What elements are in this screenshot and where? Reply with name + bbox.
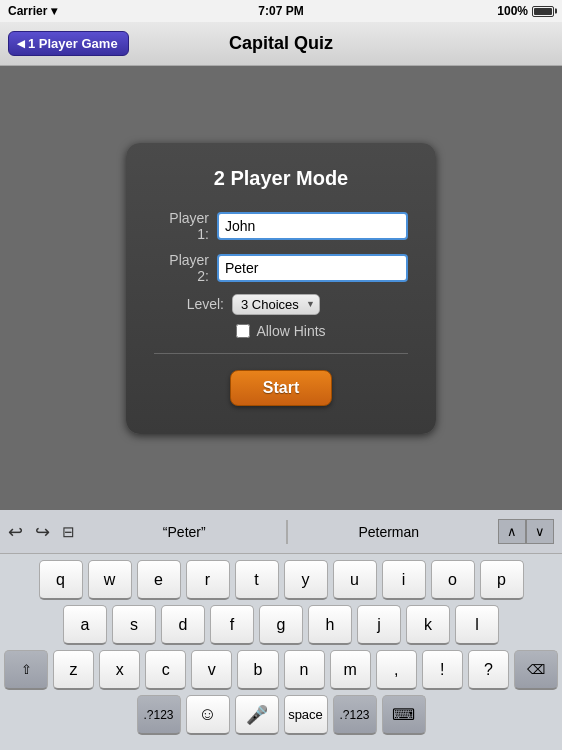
key-p[interactable]: p <box>480 560 524 600</box>
key-r[interactable]: r <box>186 560 230 600</box>
intl-123-key[interactable]: .?123 <box>333 695 377 735</box>
divider <box>154 353 408 354</box>
player2-row: Player 2: <box>154 252 408 284</box>
space-key[interactable]: space <box>284 695 328 735</box>
nav-title: Capital Quiz <box>229 33 333 54</box>
key-a[interactable]: a <box>63 605 107 645</box>
key-u[interactable]: u <box>333 560 377 600</box>
hints-checkbox[interactable] <box>236 324 250 338</box>
card: 2 Player Mode Player 1: Player 2: Level:… <box>126 143 436 434</box>
key-row-1: q w e r t y u i o p <box>4 560 558 600</box>
key-m[interactable]: m <box>330 650 371 690</box>
key-l[interactable]: l <box>455 605 499 645</box>
keyboard-area: ↩ ↪ ⊟ “Peter” Peterman ∧ ∨ q w e r t y u… <box>0 510 562 750</box>
key-k[interactable]: k <box>406 605 450 645</box>
nav-bar: 1 Player Game Capital Quiz <box>0 22 562 66</box>
keyboard-dismiss-key[interactable]: ⌨ <box>382 695 426 735</box>
status-time: 7:07 PM <box>258 4 303 18</box>
paste-icon[interactable]: ⊟ <box>62 523 75 541</box>
key-o[interactable]: o <box>431 560 475 600</box>
key-row-3: ⇧ z x c v b n m , ! ? ⌫ <box>4 650 558 690</box>
suggestion-1[interactable]: “Peter” <box>83 520 287 544</box>
battery-label: 100% <box>497 4 528 18</box>
key-w[interactable]: w <box>88 560 132 600</box>
battery-icon <box>532 6 554 17</box>
hints-row: Allow Hints <box>154 323 408 339</box>
autocomplete-bar: ↩ ↪ ⊟ “Peter” Peterman ∧ ∨ <box>0 510 562 554</box>
status-left: Carrier ▾ <box>8 4 57 18</box>
key-s[interactable]: s <box>112 605 156 645</box>
key-h[interactable]: h <box>308 605 352 645</box>
autocomplete-suggestions: “Peter” Peterman <box>83 520 490 544</box>
level-row: Level: 3 Choices 4 Choices 5 Choices <box>154 294 408 315</box>
key-exclaim[interactable]: ! <box>422 650 463 690</box>
player2-input[interactable] <box>217 254 408 282</box>
mic-key[interactable]: 🎤 <box>235 695 279 735</box>
carrier-label: Carrier <box>8 4 47 18</box>
status-right: 100% <box>497 4 554 18</box>
key-v[interactable]: v <box>191 650 232 690</box>
level-select-wrapper[interactable]: 3 Choices 4 Choices 5 Choices <box>232 294 320 315</box>
key-t[interactable]: t <box>235 560 279 600</box>
player1-row: Player 1: <box>154 210 408 242</box>
key-x[interactable]: x <box>99 650 140 690</box>
delete-key[interactable]: ⌫ <box>514 650 558 690</box>
key-c[interactable]: c <box>145 650 186 690</box>
redo-icon[interactable]: ↪ <box>35 521 50 543</box>
numbers-key[interactable]: .?123 <box>137 695 181 735</box>
key-n[interactable]: n <box>284 650 325 690</box>
key-e[interactable]: e <box>137 560 181 600</box>
back-button[interactable]: 1 Player Game <box>8 31 129 56</box>
shift-key[interactable]: ⇧ <box>4 650 48 690</box>
key-f[interactable]: f <box>210 605 254 645</box>
card-title: 2 Player Mode <box>154 167 408 190</box>
undo-icon[interactable]: ↩ <box>8 521 23 543</box>
player2-label: Player 2: <box>154 252 209 284</box>
player1-input[interactable] <box>217 212 408 240</box>
key-comma[interactable]: , <box>376 650 417 690</box>
arrow-down-button[interactable]: ∨ <box>526 519 554 544</box>
player1-label: Player 1: <box>154 210 209 242</box>
key-q[interactable]: q <box>39 560 83 600</box>
autocomplete-arrows: ∧ ∨ <box>498 519 554 544</box>
key-z[interactable]: z <box>53 650 94 690</box>
level-label: Level: <box>154 296 224 312</box>
key-y[interactable]: y <box>284 560 328 600</box>
key-j[interactable]: j <box>357 605 401 645</box>
key-i[interactable]: i <box>382 560 426 600</box>
key-d[interactable]: d <box>161 605 205 645</box>
arrow-up-button[interactable]: ∧ <box>498 519 526 544</box>
key-row-2: a s d f g h j k l <box>4 605 558 645</box>
key-row-4: .?123 ☺ 🎤 space .?123 ⌨ <box>4 695 558 735</box>
autocomplete-icons: ↩ ↪ ⊟ <box>8 521 75 543</box>
main-content: 2 Player Mode Player 1: Player 2: Level:… <box>0 66 562 510</box>
hints-label: Allow Hints <box>256 323 325 339</box>
suggestion-2[interactable]: Peterman <box>287 520 491 544</box>
emoji-key[interactable]: ☺ <box>186 695 230 735</box>
keyboard-rows: q w e r t y u i o p a s d f g h j k l ⇧ … <box>0 554 562 744</box>
key-g[interactable]: g <box>259 605 303 645</box>
wifi-icon: ▾ <box>51 4 57 18</box>
start-button[interactable]: Start <box>230 370 332 406</box>
status-bar: Carrier ▾ 7:07 PM 100% <box>0 0 562 22</box>
key-b[interactable]: b <box>237 650 278 690</box>
key-question[interactable]: ? <box>468 650 509 690</box>
level-select[interactable]: 3 Choices 4 Choices 5 Choices <box>232 294 320 315</box>
